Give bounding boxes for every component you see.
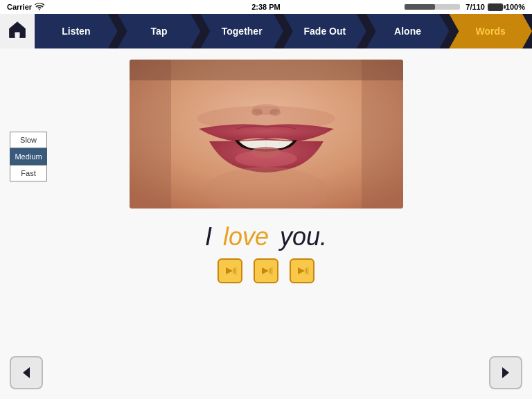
nav-bar: Listen Tap Together Fade Out Alone Words bbox=[0, 14, 532, 48]
main-content: Slow Medium Fast bbox=[0, 48, 532, 399]
speed-buttons: Slow Medium Fast bbox=[10, 132, 47, 181]
status-time: 2:38 PM bbox=[251, 3, 281, 11]
slow-button[interactable]: Slow bbox=[10, 132, 47, 148]
svg-marker-24 bbox=[23, 367, 30, 378]
audio-button-I[interactable] bbox=[218, 258, 242, 283]
nav-tabs: Listen Tap Together Fade Out Alone Words bbox=[35, 14, 532, 48]
status-right: 7/110 100% bbox=[405, 3, 525, 11]
tab-words[interactable]: Words bbox=[449, 14, 532, 48]
medium-button[interactable]: Medium bbox=[10, 148, 47, 165]
svg-point-10 bbox=[251, 109, 263, 116]
audio-button-love[interactable] bbox=[254, 258, 278, 283]
progress-fill bbox=[405, 4, 435, 10]
status-center: 2:38 PM bbox=[251, 3, 281, 11]
home-button[interactable] bbox=[0, 14, 35, 48]
svg-marker-21 bbox=[298, 267, 305, 274]
tab-fade-out[interactable]: Fade Out bbox=[283, 14, 366, 48]
forward-button[interactable] bbox=[489, 356, 522, 389]
svg-point-7 bbox=[251, 147, 281, 158]
tab-tap[interactable]: Tap bbox=[118, 14, 201, 48]
audio-button-you[interactable] bbox=[290, 258, 314, 283]
svg-rect-12 bbox=[130, 60, 171, 209]
progress-bar bbox=[405, 4, 460, 10]
word-I: I bbox=[205, 222, 212, 251]
fast-button[interactable]: Fast bbox=[10, 165, 47, 181]
back-button[interactable] bbox=[10, 356, 43, 389]
status-left: Carrier bbox=[7, 3, 44, 12]
svg-marker-25 bbox=[502, 367, 509, 378]
word-audio-buttons bbox=[218, 258, 314, 283]
tab-together[interactable]: Together bbox=[200, 14, 283, 48]
svg-rect-14 bbox=[130, 60, 403, 80]
svg-rect-0 bbox=[15, 33, 20, 37]
sentence-area: I love you. bbox=[205, 222, 327, 283]
word-love: love bbox=[223, 222, 269, 251]
sentence-words: I love you. bbox=[205, 222, 327, 251]
progress-label: 7/110 bbox=[466, 3, 485, 11]
svg-rect-23 bbox=[307, 267, 308, 275]
battery-percent: 100% bbox=[506, 3, 525, 11]
svg-rect-20 bbox=[271, 267, 272, 275]
mouth-image bbox=[130, 60, 403, 209]
svg-marker-15 bbox=[226, 267, 233, 274]
tab-alone[interactable]: Alone bbox=[366, 14, 450, 48]
bottom-nav bbox=[10, 356, 522, 389]
svg-rect-19 bbox=[269, 268, 271, 274]
word-you: you. bbox=[280, 222, 327, 251]
svg-rect-17 bbox=[235, 267, 236, 275]
carrier-text: Carrier bbox=[7, 3, 32, 11]
svg-marker-18 bbox=[262, 267, 269, 274]
svg-rect-13 bbox=[362, 60, 403, 209]
status-bar: Carrier 2:38 PM 7/110 100% bbox=[0, 0, 532, 14]
svg-rect-16 bbox=[233, 268, 235, 274]
battery-icon bbox=[488, 3, 503, 11]
home-icon bbox=[8, 20, 27, 42]
svg-point-11 bbox=[269, 109, 281, 116]
svg-rect-22 bbox=[305, 268, 307, 274]
wifi-icon bbox=[35, 3, 44, 12]
tab-listen[interactable]: Listen bbox=[35, 14, 118, 48]
battery-fill bbox=[488, 4, 502, 10]
